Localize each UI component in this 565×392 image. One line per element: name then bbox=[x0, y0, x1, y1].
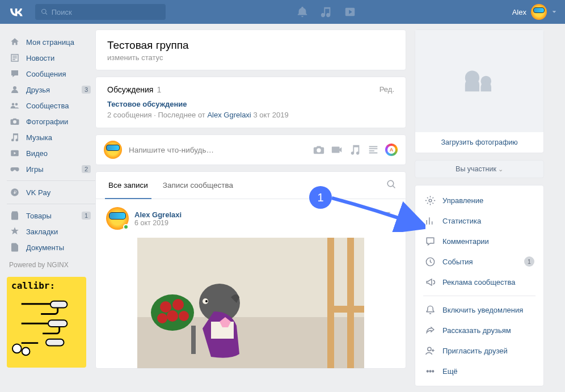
video-play-icon[interactable] bbox=[344, 6, 356, 18]
svg-point-32 bbox=[427, 347, 431, 351]
gear-icon bbox=[424, 195, 436, 206]
sidebar-item-msg[interactable]: Сообщения bbox=[7, 66, 95, 82]
svg-text:₽: ₽ bbox=[14, 190, 16, 195]
action-item-invite[interactable]: Пригласить друзей bbox=[423, 340, 536, 361]
camera-icon[interactable] bbox=[313, 144, 325, 156]
sidebar-item-label: Фотографии bbox=[26, 117, 68, 126]
left-sidebar: Моя страницаНовостиСообщенияДрузья3Сообщ… bbox=[0, 29, 95, 386]
music-icon bbox=[9, 132, 20, 143]
sidebar-item-video[interactable]: Видео bbox=[7, 145, 95, 161]
change-status-link[interactable]: изменить статус bbox=[107, 53, 394, 62]
svg-rect-27 bbox=[191, 326, 196, 354]
svg-rect-15 bbox=[347, 238, 354, 368]
mgmt-item-ads[interactable]: Реклама сообщества bbox=[423, 272, 536, 292]
discussion-author-link[interactable]: Alex Ggrelaxi bbox=[207, 111, 251, 119]
news-icon bbox=[9, 52, 20, 64]
sidebar-item-label: Новости bbox=[26, 54, 54, 62]
svg-point-22 bbox=[160, 301, 171, 313]
docs-icon bbox=[9, 242, 20, 253]
bell-icon[interactable] bbox=[296, 6, 309, 18]
right-column: Загрузить фотографию Вы участник Управле… bbox=[415, 29, 544, 386]
share-icon bbox=[424, 324, 436, 336]
market-icon bbox=[9, 210, 20, 221]
sidebar-item-docs[interactable]: Документы bbox=[7, 239, 95, 255]
search-box[interactable] bbox=[35, 4, 166, 20]
sidebar-item-bookmark[interactable]: Закладки bbox=[7, 224, 95, 239]
photo-icon bbox=[9, 116, 20, 127]
svg-point-2 bbox=[12, 103, 15, 106]
post-image[interactable] bbox=[137, 238, 364, 368]
sidebar-item-home[interactable]: Моя страница bbox=[7, 34, 95, 50]
mgmt-item-gear[interactable]: Управление bbox=[423, 190, 536, 210]
discussion-topic-link[interactable]: Тестовое обсуждение bbox=[107, 100, 394, 108]
post-composer[interactable]: Напишите что-нибудь… A bbox=[95, 134, 406, 165]
games-icon bbox=[9, 163, 20, 175]
action-item-bell[interactable]: Включить уведомления bbox=[423, 300, 536, 320]
svg-point-30 bbox=[429, 199, 432, 202]
sidebar-item-label: Документы bbox=[26, 243, 64, 252]
action-item-share[interactable]: Рассказать друзьям bbox=[423, 320, 536, 340]
group-title: Тестовая группа bbox=[107, 39, 394, 52]
svg-point-34 bbox=[429, 370, 431, 372]
sidebar-item-groups[interactable]: Сообщества bbox=[7, 98, 95, 113]
action-item-label: Пригласить друзей bbox=[442, 347, 508, 355]
action-item-more[interactable]: Ещё bbox=[423, 361, 536, 381]
mgmt-item-stats[interactable]: Статистика bbox=[423, 210, 536, 231]
sidebar-item-pay[interactable]: ₽VK Pay bbox=[7, 184, 95, 200]
search-input[interactable] bbox=[52, 8, 160, 16]
top-bar: Alex bbox=[0, 0, 565, 24]
event-icon bbox=[424, 256, 436, 267]
ad-banner[interactable]: callibr: bbox=[7, 277, 86, 368]
video-icon[interactable] bbox=[331, 144, 343, 156]
photo-upload-card: Загрузить фотографию bbox=[415, 29, 544, 153]
member-status-button[interactable]: Вы участник bbox=[415, 160, 544, 178]
sidebar-badge: 3 bbox=[82, 86, 91, 94]
composer-avatar bbox=[104, 141, 122, 159]
more-icon bbox=[424, 365, 436, 377]
mgmt-item-event[interactable]: События1 bbox=[423, 251, 536, 272]
sidebar-item-label: Игры bbox=[26, 165, 44, 174]
discussion-meta: 2 сообщения · Последнее от Alex Ggrelaxi… bbox=[107, 111, 394, 119]
group-header-card: Тестовая группа изменить статус bbox=[95, 29, 406, 70]
pay-icon: ₽ bbox=[9, 187, 20, 198]
ads-icon bbox=[424, 276, 436, 288]
svg-point-3 bbox=[15, 103, 18, 106]
article-icon[interactable] bbox=[367, 144, 380, 156]
mgmt-item-comment[interactable]: Комментарии bbox=[423, 231, 536, 251]
bell-icon bbox=[424, 304, 436, 315]
sidebar-item-market[interactable]: Товары1 bbox=[7, 208, 95, 224]
wall-search-icon[interactable] bbox=[386, 179, 397, 189]
discussions-heading: Обсуждения bbox=[107, 85, 153, 94]
sidebar-item-label: Сообщества bbox=[26, 102, 69, 110]
composer-placeholder[interactable]: Напишите что-нибудь… bbox=[129, 146, 306, 154]
invite-icon bbox=[424, 345, 436, 356]
sidebar-badge: 2 bbox=[82, 165, 91, 173]
sidebar-item-news[interactable]: Новости bbox=[7, 50, 95, 66]
tab-community-posts[interactable]: Записи сообщества bbox=[159, 172, 237, 199]
sidebar-item-games[interactable]: Игры2 bbox=[7, 161, 95, 177]
tab-all-posts[interactable]: Все записи bbox=[105, 172, 151, 199]
sidebar-item-music[interactable]: Музыка bbox=[7, 129, 95, 145]
svg-point-10 bbox=[12, 344, 22, 353]
photo-placeholder bbox=[415, 30, 543, 132]
annotation-arrow bbox=[329, 192, 425, 232]
music-icon[interactable] bbox=[320, 6, 332, 18]
apps-icon[interactable]: A bbox=[385, 144, 398, 156]
upload-photo-link[interactable]: Загрузить фотографию bbox=[415, 132, 543, 153]
friends-icon bbox=[9, 84, 20, 95]
discussions-edit-link[interactable]: Ред. bbox=[380, 85, 394, 94]
comment-icon bbox=[424, 235, 436, 247]
mgmt-item-label: События bbox=[442, 258, 473, 266]
post-date: 6 окт 2019 bbox=[134, 219, 182, 227]
post-author-link[interactable]: Alex Ggrelaxi bbox=[134, 210, 182, 219]
vk-logo[interactable] bbox=[8, 3, 25, 20]
sidebar-item-photo[interactable]: Фотографии bbox=[7, 113, 95, 129]
user-menu[interactable]: Alex bbox=[512, 4, 557, 20]
svg-rect-16 bbox=[327, 306, 364, 313]
svg-rect-7 bbox=[50, 301, 68, 308]
sidebar-item-friends[interactable]: Друзья3 bbox=[7, 82, 95, 98]
mgmt-item-label: Комментарии bbox=[442, 237, 489, 246]
music-note-icon[interactable] bbox=[349, 144, 361, 156]
sidebar-item-label: Музыка bbox=[26, 133, 52, 142]
svg-point-1 bbox=[13, 86, 16, 90]
